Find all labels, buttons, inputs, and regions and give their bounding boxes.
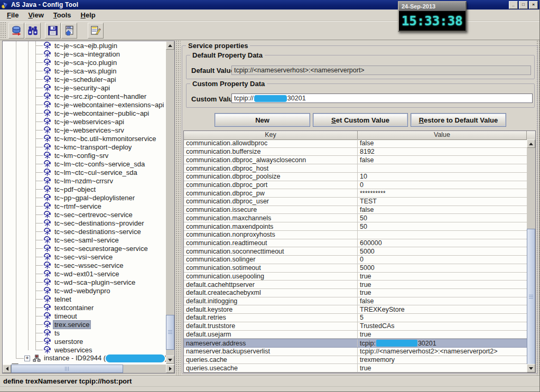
expand-plus-icon[interactable]	[24, 356, 30, 361]
table-row[interactable]: communication.usepooling true	[184, 273, 527, 281]
tree-item-service[interactable]: tc~sec~securestorage~service	[3, 244, 166, 253]
table-row[interactable]: nameserver.backupserverlist tcpip://<nam…	[184, 348, 527, 356]
table-row[interactable]: default.cachehttpserver true	[184, 281, 527, 289]
menu-view[interactable]: View	[23, 10, 48, 21]
tree-item-service[interactable]: telnet	[3, 295, 166, 303]
tree-item-service[interactable]: tc~wd~sca~plugin~service	[3, 278, 166, 286]
tree-item-service[interactable]: tc~je~src.zip~content~handler	[3, 92, 166, 100]
tree-item-service[interactable]: tc~rtmf~service	[3, 202, 166, 210]
tree-item-service[interactable]: tc~lm~nzdm~crrsrv	[3, 176, 166, 185]
tree-item-service[interactable]: timeout	[3, 312, 166, 320]
tree-item-instance[interactable]: instance - ID92944 ()	[3, 354, 166, 362]
new-button[interactable]: New	[215, 113, 310, 127]
restore-default-value-button[interactable]: Restore to Default Value	[411, 113, 506, 127]
tree-item-service[interactable]: tc~je~webcontainer~public~api	[3, 109, 166, 117]
tree-item-service[interactable]: tc~je~webcontainer~extensions~api	[3, 100, 166, 109]
toolbar-drag-handle[interactable]	[0, 22, 7, 39]
tree-horizontal-scrollbar[interactable]	[3, 365, 174, 373]
table-row[interactable]: communication.dbproc_poolsize 10	[184, 173, 527, 181]
tree-item-service[interactable]: tc~sec~destinations~service	[3, 227, 166, 236]
tree-item-service[interactable]: tc~sec~saml~service	[3, 236, 166, 244]
scrollbar-thumb[interactable]	[166, 315, 174, 350]
export-xml-button[interactable]: XML	[61, 23, 77, 39]
save-button[interactable]	[45, 23, 61, 39]
tree-item-service[interactable]: tc~pp~gpal~deploylistener	[3, 193, 166, 202]
scrollbar-thumb[interactable]	[11, 365, 123, 373]
maximize-button[interactable]: □	[519, 1, 528, 9]
tree-item-service[interactable]: tc~kmc~transport~deploy	[3, 143, 166, 151]
scrollbar-thumb[interactable]	[527, 229, 535, 365]
scroll-up-button[interactable]	[527, 139, 535, 148]
table-row[interactable]: communication.soconnecttimeout 5000	[184, 247, 527, 256]
column-header-key[interactable]: Key	[184, 131, 358, 139]
table-row[interactable]: queries.cache trexmemory	[184, 356, 527, 365]
scroll-up-button[interactable]	[166, 41, 174, 50]
table-vertical-scrollbar[interactable]	[527, 139, 535, 372]
clock-date[interactable]: 24-Sep-2013	[399, 2, 465, 11]
tree-item-service[interactable]: tc~je~webservices~api	[3, 117, 166, 126]
tree-item-service[interactable]: tc~je~webservices~srv	[3, 126, 166, 134]
close-button[interactable]: ×	[529, 1, 538, 9]
tree-item-service[interactable]: tc~sec~wssec~service	[3, 261, 166, 269]
tree-item-service[interactable]: tc~km~config~srv	[3, 151, 166, 160]
table-row[interactable]: communication.dbproc_user TEST	[184, 198, 527, 206]
tree-item-service[interactable]: tc~sec~certrevoc~service	[3, 210, 166, 219]
minimize-button[interactable]: _	[509, 1, 518, 9]
tree-item-service[interactable]: textcontainer	[3, 303, 166, 312]
tree-item-service[interactable]: tc~je~sca~ws.plugin	[3, 67, 166, 75]
tree-item-service[interactable]: tc~je~sca~jco.plugin	[3, 58, 166, 67]
table-row[interactable]: communication.allowdbproc false	[184, 139, 527, 148]
table-row[interactable]: communication.maxendpoints 50	[184, 222, 527, 231]
table-row[interactable]: communication.sotimeout 5000	[184, 264, 527, 273]
menu-file[interactable]: File	[2, 10, 23, 21]
tree-item-service[interactable]: tc~sec~destinations~provider	[3, 219, 166, 227]
tree-item-service[interactable]: tc~lm~ctc~cul~service_sda	[3, 168, 166, 176]
table-row[interactable]: communication.dbproc_alwayscloseconn fal…	[184, 156, 527, 164]
menu-tools[interactable]: Tools	[49, 10, 76, 21]
tree-item-service[interactable]: tc~sec~vsi~service	[3, 253, 166, 261]
column-header-value[interactable]: Value	[358, 131, 527, 139]
tree-item-service[interactable]: tc~wd~webdynpro	[3, 286, 166, 295]
find-button[interactable]	[25, 23, 41, 39]
tree-item-service[interactable]: trex.service	[3, 320, 166, 329]
property-editor-button[interactable]	[88, 23, 104, 39]
scroll-down-button[interactable]	[166, 356, 174, 364]
table-row[interactable]: queries.usecache true	[184, 364, 527, 372]
table-row[interactable]: default.truststore TrustedCAs	[184, 322, 527, 331]
table-row[interactable]: communication.readtimeout 600000	[184, 239, 527, 248]
scroll-left-button[interactable]	[3, 365, 11, 373]
table-row[interactable]: default.usejarm true	[184, 331, 527, 339]
tree-item-service[interactable]: webservices	[3, 346, 166, 354]
table-row[interactable]: communication.issecure false	[184, 206, 527, 214]
table-row[interactable]: communication.dbproc_pw **********	[184, 189, 527, 198]
table-row[interactable]: communication.maxchannels 50	[184, 214, 527, 222]
scroll-down-button[interactable]	[527, 364, 535, 372]
tree-item-service[interactable]: tc~je~sca~ejb.plugin	[3, 41, 166, 50]
table-row[interactable]: communication.nonproxyhosts	[184, 231, 527, 239]
scroll-right-button[interactable]	[166, 365, 174, 373]
tree-item-service[interactable]: tc~je~scheduler~api	[3, 75, 166, 83]
connect-database-button[interactable]	[8, 23, 24, 39]
tree-item-secure-store[interactable]: secure store	[3, 362, 166, 364]
table-row[interactable]: communication.dbproc_port 0	[184, 181, 527, 190]
table-row[interactable]: communication.buffersize 8192	[184, 148, 527, 156]
tree-item-service[interactable]: ts	[3, 329, 166, 337]
set-custom-value-button[interactable]: Set Custom Value	[313, 113, 408, 127]
menu-help[interactable]: Help	[76, 10, 100, 21]
table-row[interactable]: default.keystore TREXKeyStore	[184, 305, 527, 314]
tree-item-service[interactable]: tc~je~sca~integration	[3, 50, 166, 58]
tree-item-service[interactable]: tc~pdf~object	[3, 185, 166, 193]
tree-item-service[interactable]: tc~lm~ctc~confs~service_sda	[3, 160, 166, 168]
table-row[interactable]: default.createcachebyxml true	[184, 289, 527, 297]
table-row[interactable]: default.initlogging false	[184, 297, 527, 306]
tree-vertical-scrollbar[interactable]	[166, 41, 174, 364]
tree-item-service[interactable]: tc~je~security~api	[3, 83, 166, 92]
custom-value-field[interactable]: tcpip://30201	[231, 94, 533, 103]
table-row[interactable]: default.retries 5	[184, 314, 527, 322]
table-row[interactable]: communication.dbproc_host	[184, 164, 527, 173]
tree-item-service[interactable]: tc~wd~ext01~service	[3, 269, 166, 278]
table-row[interactable]: communication.solinger 0	[184, 256, 527, 264]
panel-splitter[interactable]	[175, 40, 181, 375]
tree-item-service[interactable]: tc~kmc~bc.util~kmmonitorservice	[3, 134, 166, 143]
tree-item-service[interactable]: userstore	[3, 337, 166, 346]
